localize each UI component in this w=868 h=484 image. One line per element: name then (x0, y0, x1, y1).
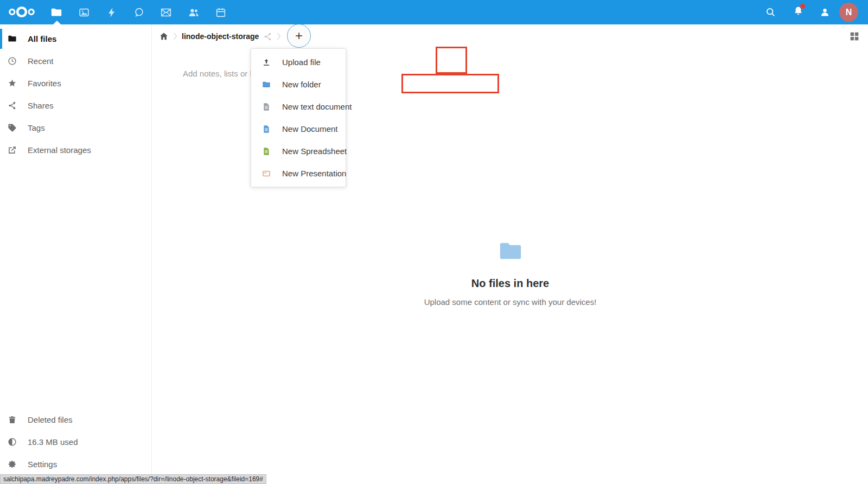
sidebar-item-shares[interactable]: Shares (0, 94, 151, 117)
sidebar-item-quota[interactable]: 16.3 MB used (0, 431, 151, 453)
sidebar-item-deleted-files[interactable]: Deleted files (0, 409, 151, 431)
sidebar-item-recent[interactable]: Recent (0, 50, 151, 72)
chevron-right-icon (170, 31, 181, 42)
spreadsheet-green-icon (262, 147, 271, 156)
top-header-bar: N (0, 0, 868, 24)
annotation-box-upload-file (401, 74, 499, 93)
sidebar-item-label: All files (28, 34, 56, 43)
notifications-button[interactable] (786, 0, 810, 24)
empty-state-subtitle: Upload some content or sync with your de… (152, 297, 868, 307)
menu-item-new-spreadsheet[interactable]: New Spreadsheet (251, 140, 346, 162)
gear-icon (8, 459, 18, 470)
status-url-bar: salchipapa.madreypadre.com/index.php/app… (0, 474, 266, 484)
folder-icon (8, 34, 18, 44)
folder-icon (50, 7, 62, 18)
sidebar-item-label: Deleted files (28, 415, 73, 424)
menu-item-label: New Document (282, 124, 338, 133)
sidebar-item-label: Recent (28, 56, 54, 66)
sidebar-item-tags[interactable]: Tags (0, 117, 151, 139)
sidebar-item-favorites[interactable]: Favorites (0, 72, 151, 94)
app-icon-activity[interactable] (98, 0, 125, 24)
grid-view-icon[interactable] (848, 30, 860, 42)
photos-icon (78, 7, 90, 18)
search-button[interactable] (758, 0, 783, 24)
files-content-area: linode-object-storage + Add notes, lists… (152, 24, 868, 484)
nextcloud-files-page: N All files Recent Favorites Shares T (0, 0, 868, 484)
menu-item-label: New Spreadsheet (282, 147, 347, 156)
tag-icon (8, 123, 18, 133)
empty-folder-icon (495, 238, 526, 263)
menu-item-label: New text document (282, 102, 352, 111)
menu-item-new-presentation[interactable]: New Presentation (251, 162, 346, 184)
workspace-placeholder[interactable]: Add notes, lists or lin (183, 69, 258, 78)
sidebar-item-all-files[interactable]: All files (0, 28, 151, 50)
lightning-icon (106, 7, 118, 18)
bell-icon (793, 5, 804, 19)
share-icon[interactable] (263, 32, 272, 41)
menu-item-upload-file[interactable]: Upload file (251, 51, 346, 73)
calendar-icon (215, 7, 227, 18)
search-icon (765, 7, 776, 18)
people-icon (188, 7, 200, 18)
sidebar-item-label: Shares (28, 101, 54, 110)
app-icon-contacts[interactable] (180, 0, 207, 24)
menu-item-new-text-document[interactable]: New text document (251, 95, 346, 118)
nextcloud-logo-icon[interactable] (8, 4, 36, 20)
breadcrumb-folder-name[interactable]: linode-object-storage (182, 32, 259, 41)
menu-item-label: New Presentation (282, 169, 346, 178)
menu-item-new-document[interactable]: New Document (251, 118, 346, 140)
sidebar-item-label: Tags (28, 123, 45, 132)
app-icon-talk[interactable] (125, 0, 152, 24)
new-file-button[interactable]: + (287, 24, 311, 48)
app-icon-mail[interactable] (152, 0, 180, 24)
share-icon (8, 100, 18, 111)
folder-blue-icon (262, 80, 271, 89)
notification-dot (800, 4, 805, 9)
text-document-icon (262, 103, 271, 111)
external-link-icon (8, 145, 18, 156)
menu-item-new-folder[interactable]: New folder (251, 73, 346, 95)
chevron-right-icon (273, 31, 284, 42)
empty-folder-state: No files in here Upload some content or … (152, 238, 868, 307)
files-sidebar: All files Recent Favorites Shares Tags E… (0, 24, 152, 484)
sidebar-item-label: Favorites (28, 79, 61, 88)
empty-state-title: No files in here (152, 277, 868, 290)
annotation-box-new-button (436, 47, 467, 74)
sidebar-item-settings[interactable]: Settings (0, 453, 151, 475)
star-icon (8, 78, 18, 89)
sidebar-item-label: External storages (28, 145, 91, 155)
person-icon (819, 7, 831, 18)
sidebar-item-label: 16.3 MB used (28, 437, 78, 447)
user-avatar[interactable]: N (839, 3, 858, 22)
sidebar-item-label: Settings (28, 460, 57, 469)
home-icon[interactable] (159, 31, 169, 41)
trash-icon (8, 415, 18, 425)
app-icon-calendar[interactable] (207, 0, 234, 24)
breadcrumb: linode-object-storage (152, 24, 285, 48)
quota-pie-icon (8, 437, 18, 448)
active-app-indicator (53, 21, 61, 25)
contacts-menu-button[interactable] (812, 0, 837, 24)
app-icon-photos[interactable] (71, 0, 98, 24)
clock-icon (8, 56, 18, 67)
upload-icon (262, 58, 271, 67)
mail-envelope-icon (160, 7, 172, 18)
menu-item-label: Upload file (282, 58, 321, 67)
sidebar-item-external-storages[interactable]: External storages (0, 139, 151, 161)
presentation-orange-icon (262, 169, 271, 178)
status-url-text: salchipapa.madreypadre.com/index.php/app… (3, 475, 263, 483)
new-file-menu: Upload file New folder New text document… (251, 48, 346, 187)
menu-item-label: New folder (282, 80, 321, 89)
talk-bubble-icon (133, 7, 145, 18)
document-blue-icon (262, 125, 271, 133)
